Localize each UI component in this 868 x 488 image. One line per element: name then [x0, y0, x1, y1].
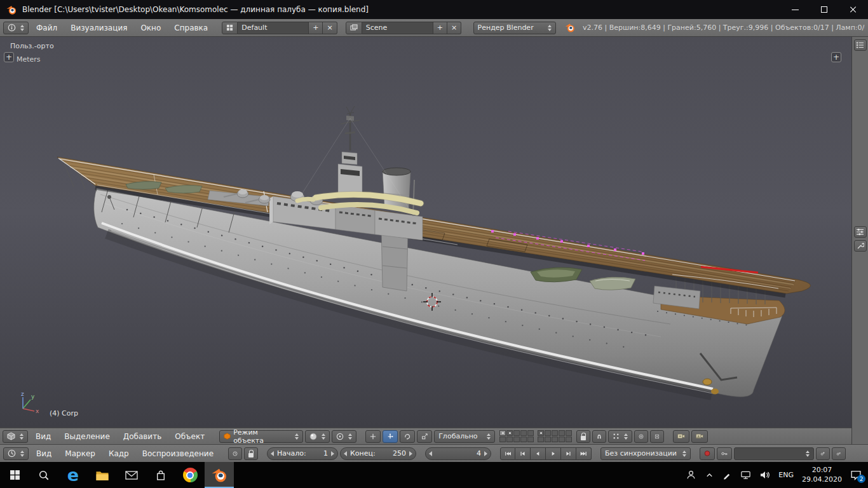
menu-help[interactable]: Справка — [168, 22, 214, 34]
menu-select[interactable]: Выделение — [58, 430, 115, 443]
use-preview-range-button[interactable] — [228, 447, 242, 460]
chevron-up-icon[interactable] — [705, 470, 714, 480]
prev-keyframe-button[interactable] — [515, 447, 531, 460]
sync-mode-dropdown[interactable]: Без синхронизации — [600, 447, 691, 460]
scale-manipulator-button[interactable] — [417, 430, 432, 443]
start-button[interactable] — [0, 462, 29, 488]
pivot-point-dropdown[interactable] — [332, 430, 356, 443]
taskbar-search-button[interactable] — [29, 462, 58, 488]
jump-to-start-button[interactable] — [500, 447, 515, 460]
taskbar-store-button[interactable] — [146, 462, 175, 488]
render-engine-dropdown[interactable]: Рендер Blender — [473, 22, 557, 34]
menu-view[interactable]: Вид — [31, 447, 57, 460]
taskbar-chrome-button[interactable] — [175, 462, 205, 488]
play-reverse-button[interactable] — [531, 447, 546, 460]
layer-toggle[interactable] — [538, 437, 544, 442]
layer-toggle[interactable] — [506, 430, 513, 436]
layer-toggle[interactable] — [566, 430, 572, 436]
lock-to-scene-button[interactable] — [576, 430, 590, 443]
layer-toggle[interactable] — [527, 437, 534, 442]
decrement-arrow-icon[interactable] — [429, 451, 432, 456]
layer-toggle[interactable] — [527, 430, 534, 436]
layer-toggle[interactable] — [559, 437, 565, 442]
insert-keyframes-button[interactable] — [816, 447, 830, 460]
snap-peel-button[interactable] — [650, 430, 664, 443]
editor-type-selector[interactable] — [3, 447, 29, 460]
rotate-manipulator-button[interactable] — [400, 430, 415, 443]
delete-screen-button[interactable]: × — [323, 22, 337, 34]
increment-arrow-icon[interactable] — [331, 451, 334, 456]
menu-add[interactable]: Добавить — [118, 430, 167, 443]
play-button[interactable] — [546, 447, 561, 460]
people-icon[interactable] — [686, 470, 696, 480]
screen-layout-name[interactable]: Default — [238, 22, 309, 34]
layer-toggle[interactable] — [499, 437, 506, 442]
taskbar-edge-button[interactable]: e — [58, 462, 88, 488]
layer-toggle[interactable] — [520, 437, 527, 442]
mode-dropdown[interactable]: Режим объекта — [219, 430, 303, 443]
menu-window[interactable]: Окно — [135, 22, 166, 34]
layer-toggle[interactable] — [538, 430, 544, 436]
expand-toolshelf-button[interactable]: + — [4, 52, 14, 62]
menu-render[interactable]: Визуализация — [65, 22, 133, 34]
properties-context-button[interactable] — [854, 240, 867, 252]
expand-properties-button[interactable]: + — [831, 52, 841, 62]
transform-orientation-dropdown[interactable]: Глобально — [434, 430, 495, 443]
jump-to-end-button[interactable] — [576, 447, 592, 460]
ship-model[interactable] — [0, 37, 851, 428]
taskbar-mail-button[interactable] — [117, 462, 146, 488]
opengl-render-anim-button[interactable] — [691, 430, 708, 443]
manipulator-toggle-button[interactable] — [365, 430, 381, 443]
layer-toggle[interactable] — [545, 430, 551, 436]
menu-frame[interactable]: Кадр — [103, 447, 135, 460]
layer-toggle[interactable] — [513, 430, 520, 436]
scene-name[interactable]: Scene — [362, 22, 433, 34]
next-keyframe-button[interactable] — [561, 447, 576, 460]
pen-icon[interactable] — [722, 470, 732, 480]
editor-type-selector[interactable] — [3, 430, 28, 443]
snap-toggle-button[interactable] — [592, 430, 606, 443]
decrement-arrow-icon[interactable] — [344, 451, 347, 456]
proportional-edit-button[interactable] — [634, 430, 648, 443]
layer-toggle[interactable] — [552, 437, 558, 442]
layer-toggle[interactable] — [559, 430, 565, 436]
menu-marker[interactable]: Маркер — [59, 447, 101, 460]
browse-screens-button[interactable] — [222, 22, 238, 34]
translate-manipulator-button[interactable] — [383, 430, 398, 443]
active-keying-set-field[interactable] — [734, 447, 814, 460]
network-icon[interactable] — [740, 470, 751, 480]
snap-element-dropdown[interactable] — [608, 430, 632, 443]
increment-arrow-icon[interactable] — [409, 451, 412, 456]
taskbar-clock[interactable]: 20:07 29.04.2020 — [802, 466, 842, 484]
layer-toggle[interactable] — [513, 437, 520, 442]
minimize-button[interactable] — [780, 0, 810, 19]
taskbar-explorer-button[interactable] — [88, 462, 117, 488]
current-frame-field[interactable]: 4 — [425, 447, 491, 460]
delete-scene-button[interactable]: × — [447, 22, 461, 34]
layer-toggle[interactable] — [520, 430, 527, 436]
increment-arrow-icon[interactable] — [484, 451, 487, 456]
frame-start-field[interactable]: Начало: 1 — [267, 447, 338, 460]
opengl-render-button[interactable] — [673, 430, 689, 443]
frame-end-field[interactable]: Конец: 250 — [340, 447, 416, 460]
lock-time-button[interactable] — [244, 447, 258, 460]
auto-keyframe-button[interactable] — [700, 447, 715, 460]
menu-view[interactable]: Вид — [30, 430, 57, 443]
add-screen-button[interactable]: + — [309, 22, 323, 34]
action-center-button[interactable]: 2 — [850, 470, 862, 480]
viewport-3d[interactable]: Польз.-орто Meters (4) Corp + + x y z — [0, 37, 851, 428]
properties-editor-button[interactable] — [854, 226, 867, 238]
browse-scenes-button[interactable] — [346, 22, 362, 34]
language-indicator[interactable]: ENG — [778, 471, 794, 479]
layer-toggle[interactable] — [545, 437, 551, 442]
layer-toggle[interactable] — [566, 437, 572, 442]
menu-object[interactable]: Объект — [169, 430, 210, 443]
layer-toggle[interactable] — [506, 437, 513, 442]
delete-keyframes-button[interactable] — [832, 447, 846, 460]
menu-file[interactable]: Файл — [31, 22, 63, 34]
editor-type-selector[interactable] — [3, 22, 29, 34]
close-button[interactable] — [839, 0, 868, 19]
decrement-arrow-icon[interactable] — [271, 451, 274, 456]
menu-playback[interactable]: Воспроизведение — [137, 447, 219, 460]
volume-icon[interactable] — [759, 470, 770, 480]
